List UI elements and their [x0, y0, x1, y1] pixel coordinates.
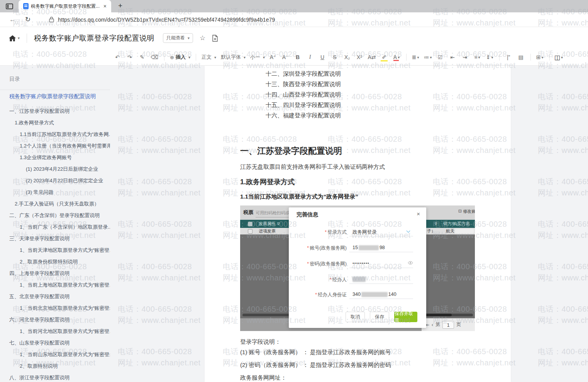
toc-item[interactable]: 1、当前北京地区取票登录方式为“账密登录”: [0, 302, 110, 314]
field-password: *密码(政务服务网) •••••••••: [289, 260, 426, 269]
required-asterisk: *: [330, 277, 332, 282]
numbered-list-icon: ≔: [424, 54, 429, 60]
more-tools-button[interactable]: ◫ ▾: [553, 52, 564, 63]
toc-item[interactable]: 1、当前上海地区取票登录方式为“账密登...: [0, 279, 110, 291]
font-size-select[interactable]: 小一 ▾: [248, 52, 267, 63]
toc-item[interactable]: 八、浙江登录字段配置说明: [0, 372, 110, 382]
save-button[interactable]: 保存: [370, 312, 389, 322]
toc-item[interactable]: 2、取票特别说明: [0, 360, 110, 372]
italic-button[interactable]: I: [304, 52, 316, 63]
indent-button[interactable]: ⇥: [459, 52, 471, 63]
clear-format-button[interactable]: ⌫: [149, 52, 160, 63]
toc-item[interactable]: 四、上海登录字段配置说明: [0, 268, 110, 279]
bullet-list-button[interactable]: ≣ ▾: [410, 52, 421, 63]
insert-button[interactable]: ⊕ 插入 ▾: [168, 52, 193, 63]
toc-item[interactable]: 1、当前广东（不含深圳）地区取票登录...: [0, 221, 110, 233]
line-height-button[interactable]: ⇕ ▾: [484, 52, 495, 63]
toc-item[interactable]: 五、北京登录字段配置说明: [0, 291, 110, 302]
browser-tab[interactable]: 税务数字账户取票登录字段配置... ×: [19, 0, 111, 12]
toc-doc-title[interactable]: 税务数字账户取票登录字段配置说明: [9, 93, 110, 100]
toc-item[interactable]: (3) 常见问题: [0, 187, 110, 198]
doc-export-icon[interactable]: [212, 35, 218, 42]
doc-toc-tail: 十二、深圳登录字段配置说明 十三、陕西登录字段配置说明 十四、山西登录字段配置说…: [240, 68, 475, 121]
url-text[interactable]: https://docs.qq.com/doc/DYW5Zb1pxTVdxcEN…: [58, 17, 275, 23]
toc-item[interactable]: 1、当前天津地区取票登录方式为“账密登...: [0, 244, 110, 256]
doc-toc-line[interactable]: 十四、山西登录字段配置说明: [266, 89, 475, 100]
highlight-block-button[interactable]: ▤: [515, 52, 527, 63]
toc-item[interactable]: 1.3企业绑定政务网账号: [0, 152, 110, 163]
checklist-button[interactable]: ☑: [434, 52, 446, 63]
toc-item[interactable]: 一、江苏登录字段配置说明: [0, 105, 110, 117]
divider: [27, 34, 27, 43]
undo-button[interactable]: ↶: [112, 52, 123, 63]
required-asterisk: *: [307, 245, 309, 251]
chevron-down-icon: ▾: [491, 55, 493, 59]
bold-button[interactable]: B: [292, 52, 303, 63]
save-and-fetch-button[interactable]: 保存并取票: [394, 312, 417, 322]
letter-spacing-button[interactable]: A⇄: [366, 52, 378, 63]
table-icon: ⊞: [536, 54, 541, 60]
field-label: 经办人身份证: [318, 292, 347, 297]
toc-item[interactable]: 1.2个人注册（当没有政务网账号时需要用...: [0, 140, 110, 152]
quote-button[interactable]: |”: [503, 52, 514, 63]
redo-button[interactable]: ↷: [124, 52, 136, 63]
toc-item[interactable]: (1) 2023年4月22日后新绑定企业: [0, 163, 110, 175]
chevron-down-icon: ▾: [430, 55, 432, 59]
section-heading: 一、江苏登录字段配置说明: [240, 145, 475, 157]
toc-item[interactable]: 1.政务网登录方式: [0, 117, 110, 129]
highlight-pen-button[interactable]: ✐: [378, 52, 390, 63]
tab-close-icon[interactable]: ×: [102, 3, 108, 9]
password-value: •••••••••: [352, 261, 369, 265]
checkbox-icon: [248, 229, 252, 234]
toc-item[interactable]: 1.1当前江苏地区取票登录方式为“政务网...: [0, 129, 110, 140]
increase-font-button[interactable]: A⁺: [267, 52, 279, 63]
toc-item[interactable]: 二、广东（不含深圳）登录字段配置说明: [0, 210, 110, 221]
toc-item[interactable]: 六、河北登录字段配置说明: [0, 314, 110, 326]
complete-info-dialog: 完善信息 × *登录方式 政务网登录 *账号(政务服务网) 15: [289, 207, 426, 328]
eye-icon: [408, 261, 413, 265]
align-icon: ≡: [474, 54, 477, 60]
font-color-button[interactable]: A ▾: [391, 52, 402, 63]
toc-item[interactable]: 七、山东登录字段配置说明: [0, 337, 110, 349]
align-button[interactable]: ≡ ▾: [471, 52, 483, 63]
permission-badge[interactable]: 只能查看 ▾: [163, 33, 193, 43]
redacted-text: [361, 292, 388, 297]
decrease-font-button[interactable]: A⁻: [280, 52, 291, 63]
required-asterisk: *: [325, 229, 327, 235]
superscript-button[interactable]: X²: [354, 52, 365, 63]
field-login-method: *登录方式 政务网登录: [289, 228, 426, 237]
toc-item[interactable]: 2、取票身份权限特别说明: [0, 256, 110, 268]
back-icon[interactable]: ←: [9, 16, 16, 24]
table-button[interactable]: ⊞ ▾: [534, 52, 546, 63]
doc-toc-line[interactable]: 十三、陕西登录字段配置说明: [266, 79, 475, 89]
chevron-down-icon: ▾: [214, 55, 216, 59]
outdent-button[interactable]: ⇤: [447, 52, 458, 63]
numbered-list-button[interactable]: ≔ ▾: [422, 52, 434, 63]
divider: [530, 54, 531, 61]
doc-toc-line[interactable]: 十二、深圳登录字段配置说明: [266, 68, 475, 79]
divider: [196, 54, 196, 61]
chevron-down-icon: [407, 229, 410, 233]
font-family-select[interactable]: 默认字体 ▾: [219, 52, 248, 63]
toc-item[interactable]: 1、当前山东地区取票登录方式为“账密登录”: [0, 349, 110, 360]
star-favorite-icon[interactable]: ☆: [200, 34, 205, 42]
doc-toc-line[interactable]: 十五、四川登录字段配置说明: [266, 100, 475, 110]
home-button[interactable]: ▾: [8, 34, 20, 42]
strikethrough-button[interactable]: S: [329, 52, 341, 63]
new-tab-button[interactable]: +: [116, 2, 125, 10]
doc-toc-line[interactable]: 十六、福建登录字段配置说明: [266, 110, 475, 121]
subscript-button[interactable]: X₂: [341, 52, 353, 63]
paragraph: 江苏无盘取票目前支持政务网和手工录入验证码两种方式: [240, 163, 475, 171]
toc-item[interactable]: 2.手工录入验证码（只支持无盘取票）: [0, 198, 110, 210]
toc-item[interactable]: 1、当前河北地区取票登录方式为“账密登...: [0, 326, 110, 337]
tab-overview-icon[interactable]: [6, 3, 13, 9]
toc-item[interactable]: 三、天津登录字段配置说明: [0, 233, 110, 244]
refresh-icon[interactable]: ↻: [25, 15, 31, 24]
dialog-title: 完善信息: [297, 211, 318, 218]
cancel-button[interactable]: 取消: [346, 312, 365, 322]
format-painter-button[interactable]: ✎: [136, 52, 148, 63]
prev-page-icon: ‹: [432, 322, 433, 328]
toc-item[interactable]: (2) 2023年4月22日前已绑定定企业: [0, 175, 110, 187]
paragraph-style-select[interactable]: 正文 ▾: [199, 52, 219, 63]
underline-button[interactable]: U: [317, 52, 328, 63]
